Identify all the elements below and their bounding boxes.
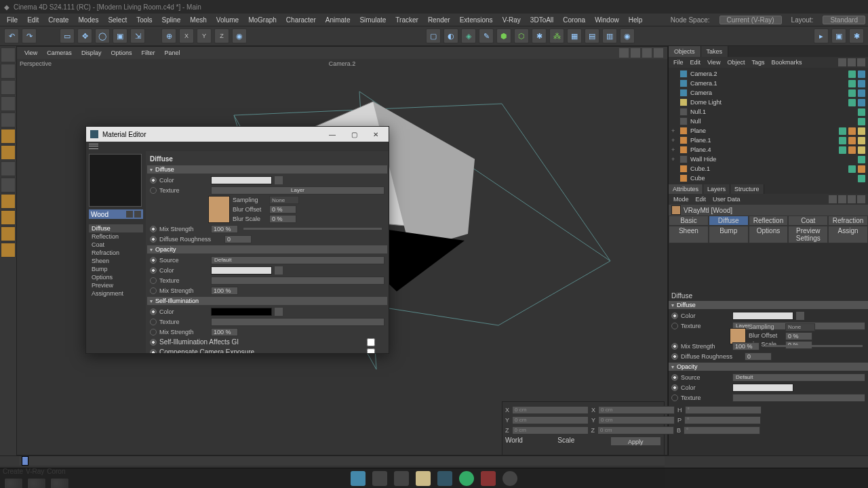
tool-m2[interactable] [1, 178, 16, 192]
lamp-icon[interactable]: ◉ [620, 28, 635, 43]
cam-icon[interactable]: ▤ [585, 28, 599, 43]
menu-animate[interactable]: Animate [321, 16, 355, 24]
tool-edge[interactable] [1, 96, 16, 111]
section-diffuse[interactable]: Diffuse [147, 165, 387, 174]
tree-item[interactable]: +Plane.4 [669, 145, 868, 155]
tool-tex[interactable] [1, 64, 16, 79]
tool-m1[interactable] [1, 161, 16, 176]
settings-icon[interactable]: ✱ [849, 28, 864, 43]
undo-icon[interactable]: ↶ [4, 28, 19, 43]
menu-v-ray[interactable]: V-Ray [498, 16, 525, 24]
cloner-icon[interactable]: ⁂ [549, 28, 564, 43]
hamburger-icon[interactable] [89, 143, 98, 150]
place-icon[interactable]: ⇲ [130, 28, 145, 43]
app-icon[interactable] [481, 471, 496, 486]
menu-mesh[interactable]: Mesh [186, 16, 210, 24]
diffuse-roughness-input[interactable] [745, 352, 772, 361]
channel-diffuse[interactable]: Diffuse [89, 224, 143, 232]
obs-icon[interactable] [502, 471, 517, 486]
picker-icon[interactable] [275, 176, 283, 184]
channel-assignment[interactable]: Assignment [89, 289, 143, 298]
cube-icon[interactable]: ▢ [426, 28, 441, 43]
apply-button[interactable]: Apply [610, 436, 661, 446]
section-opacity[interactable]: Opacity [147, 245, 387, 253]
tree-item[interactable]: Cube [669, 174, 868, 183]
axis-z-icon[interactable]: Z [214, 28, 229, 43]
timeline[interactable] [19, 456, 665, 466]
start-icon[interactable] [351, 471, 366, 486]
tree-item[interactable]: Dome Light [669, 98, 868, 107]
windows-taskbar[interactable] [0, 468, 868, 488]
menu-select[interactable]: Select [104, 16, 131, 24]
texture-thumb[interactable] [208, 196, 230, 223]
coord-icon[interactable]: ⊕ [161, 28, 176, 43]
menu-volume[interactable]: Volume [212, 16, 243, 24]
menu-3dtoall[interactable]: 3DToAll [526, 16, 557, 24]
menu-corona[interactable]: Corona [559, 16, 589, 24]
maximize-button[interactable]: ▢ [345, 129, 363, 140]
menu-tools[interactable]: Tools [132, 16, 156, 24]
menu-character[interactable]: Character [282, 16, 320, 24]
axis-x-icon[interactable]: X [179, 28, 194, 43]
object-tree[interactable]: Camera.2Camera.1CameraDome LightNull.1Nu… [669, 68, 868, 184]
menu-modes[interactable]: Modes [74, 16, 102, 24]
mix-strength-input[interactable] [732, 342, 760, 350]
pal-icon[interactable]: ▥ [602, 28, 617, 43]
spline-icon[interactable]: ✎ [479, 28, 494, 43]
menu-edit[interactable]: Edit [23, 16, 43, 24]
menu-tracker[interactable]: Tracker [391, 16, 422, 24]
tool-m4[interactable] [1, 210, 16, 225]
workplane-icon[interactable]: ◉ [232, 28, 247, 43]
tree-item[interactable]: Camera.2 [669, 69, 868, 79]
channel-coat[interactable]: Coat [89, 241, 143, 249]
channel-options[interactable]: Options [89, 273, 143, 281]
material-name-field[interactable]: Wood [89, 209, 143, 219]
tool-point[interactable] [1, 80, 16, 95]
coord-mode[interactable]: World [505, 436, 555, 444]
field-icon[interactable]: ⬡ [514, 28, 529, 43]
tree-item[interactable]: Null [669, 117, 868, 126]
menu-render[interactable]: Render [424, 16, 454, 24]
dialog-titlebar[interactable]: Material Editor — ▢ ✕ [86, 127, 389, 142]
channel-bump[interactable]: Bump [89, 265, 143, 273]
menu-help[interactable]: Help [625, 16, 647, 24]
tree-item[interactable]: Camera [669, 88, 868, 98]
channel-preview[interactable]: Preview [89, 281, 143, 289]
channel-sheen[interactable]: Sheen [89, 257, 143, 265]
texture-layer-button[interactable]: Layer [211, 186, 384, 195]
tool-m5[interactable] [1, 226, 16, 241]
tool-m3[interactable] [1, 194, 16, 209]
render-icon[interactable]: ▸ [814, 28, 829, 43]
tree-item[interactable]: Cube.1 [669, 164, 868, 174]
tool-poly[interactable] [1, 113, 16, 127]
vol-icon[interactable]: ▦ [567, 28, 582, 43]
menu-window[interactable]: Window [591, 16, 623, 24]
tab-objects[interactable]: Objects [669, 46, 701, 57]
tab-takes[interactable]: Takes [701, 46, 729, 57]
c4d-icon[interactable] [437, 471, 452, 486]
tree-item[interactable]: +Plane.1 [669, 136, 868, 145]
axis-y-icon[interactable]: Y [197, 28, 212, 43]
tree-item[interactable]: +Wall Hide [669, 155, 868, 164]
menu-mograph[interactable]: MoGraph [244, 16, 281, 24]
task-icon[interactable] [394, 471, 409, 486]
tab-structure[interactable]: Structure [730, 184, 764, 194]
compensate-checkbox[interactable] [357, 348, 384, 354]
tool-model[interactable] [1, 47, 16, 62]
tab-attributes[interactable]: Attributes [669, 184, 703, 194]
coord-scale[interactable]: Scale [557, 436, 607, 444]
tree-item[interactable]: +Plane [669, 126, 868, 136]
section-self-illum[interactable]: Self-Illumination [147, 297, 387, 305]
tool-axis[interactable] [1, 129, 16, 144]
blur-offset-input[interactable] [785, 332, 812, 340]
rotate-icon[interactable]: ◯ [95, 28, 110, 43]
select-icon[interactable]: ▭ [60, 28, 75, 43]
tree-item[interactable]: Camera.1 [669, 79, 868, 88]
menu-file[interactable]: File [3, 16, 22, 24]
channel-refraction[interactable]: Refraction [89, 249, 143, 257]
tree-item[interactable]: Null.1 [669, 107, 868, 117]
close-button[interactable]: ✕ [367, 129, 384, 140]
menu-spline[interactable]: Spline [158, 16, 185, 24]
menu-extensions[interactable]: Extensions [456, 16, 497, 24]
self-illum-gi-checkbox[interactable] [357, 338, 384, 346]
